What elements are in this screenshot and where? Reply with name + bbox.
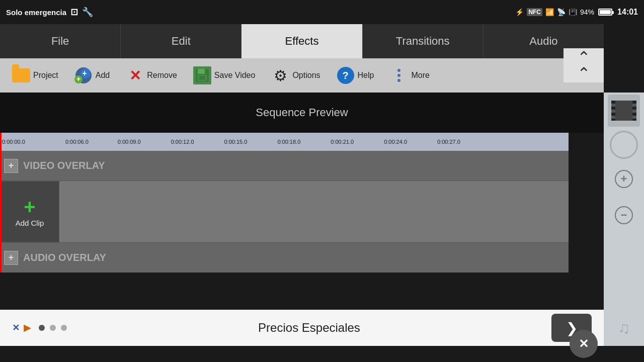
ad-logo-x: ✕ [12,322,20,333]
save-video-label: Save Video [214,71,256,80]
sequence-preview: Sequence Preview [0,93,604,133]
video-overlay-add-btn[interactable]: + [4,159,18,173]
ruler-tick-1: 0:00:06.0 [65,139,89,145]
clip-area [59,181,569,242]
add-label: Add [96,71,110,80]
project-button[interactable]: Project [4,62,66,88]
filmstrip-button[interactable] [608,95,640,127]
status-left: Solo emergencia ⊡ 🔧 [6,7,93,18]
add-clip-area: + Add Clip [0,181,569,242]
more-button[interactable]: More [382,62,437,88]
timeline-ruler: 0:00:00.0 0:00:06.0 0:00:09.0 0:00:12.0 … [0,133,569,151]
question-mark-icon: ? [337,67,354,84]
folder-icon [12,68,30,82]
ruler-tick-3: 0:00:12.0 [171,139,194,145]
ruler-tick-7: 0:00:24.0 [384,139,407,145]
audio-overlay-label: AUDIO OVERLAY [23,252,106,263]
ad-bar: ✕ ▶ Precios Especiales ❯ [0,310,604,346]
more-label: More [411,71,429,80]
status-right: ⚡ NFC 📶 📡 📳 94% 14:01 [515,8,638,17]
bluetooth-icon: ⚡ [515,8,524,16]
options-button[interactable]: ⚙ Options [263,62,328,88]
tab-up-button[interactable]: ⌃⌃ [564,48,604,82]
add-icon: + + [74,66,93,84]
help-label: Help [358,71,374,80]
dot2 [397,74,400,77]
audio-overlay-add-btn[interactable]: + [4,251,18,265]
tab-bar-container: File Edit Effects Transitions Audio ⌃⌃ [0,24,644,58]
ruler-tick-0: 0:00:00.0 [2,139,25,145]
ad-logo-arrow: ▶ [24,322,31,333]
options-icon: ⚙ [271,66,289,84]
ad-left: ✕ ▶ [12,322,31,333]
more-icon [390,66,408,84]
wifi-icon: 📡 [557,8,566,16]
main-content: Sequence Preview 0:00:00.0 0:00:06.0 0:0… [0,93,644,346]
add-button[interactable]: + + Add [66,62,118,88]
ruler-tick-2: 0:00:09.0 [118,139,141,145]
app-name: Solo emergencia [6,8,66,17]
help-button[interactable]: ? Help [329,62,382,88]
ad-dots [39,325,67,331]
filmstrip-icon [611,101,636,121]
screenshot-icon: ⊡ [70,7,78,18]
ad-dot-1 [39,325,45,331]
timeline-wrapper: 0:00:00.0 0:00:06.0 0:00:09.0 0:00:12.0 … [0,133,569,273]
add-clip-plus-icon: + [24,197,35,217]
zoom-in-icon: + [615,170,633,188]
add-clip-label: Add Clip [16,219,44,227]
ruler-tick-8: 0:00:27.0 [437,139,460,145]
chevron-up-icon: ⌃⌃ [577,49,591,81]
wrench-icon: 🔧 [82,7,93,18]
toolbar: Project + + Add ✕ Remove [0,58,604,93]
battery-icon: 📳 [569,8,577,16]
svg-text:+: + [82,69,87,77]
save-icon [193,66,211,84]
svg-text:+: + [76,75,80,83]
add-clip-button[interactable]: + Add Clip [0,181,59,242]
dot3 [397,79,400,82]
svg-rect-6 [198,69,205,74]
project-icon [12,66,30,84]
ruler-tick-4: 0:00:15.0 [224,139,248,145]
right-panel: + − ♫ [604,93,644,346]
ad-dot-2 [50,325,56,331]
dot1 [397,69,400,72]
close-icon: ✕ [579,337,589,351]
sequence-preview-label: Sequence Preview [256,106,348,119]
timeline-cursor [0,133,2,273]
tab-edit[interactable]: Edit [121,24,242,58]
tab-bar: File Edit Effects Transitions Audio [0,24,604,58]
video-overlay-label: VIDEO OVERLAY [23,160,105,171]
nfc-icon: NFC [527,8,542,16]
tab-file[interactable]: File [0,24,121,58]
close-circle[interactable]: ✕ [570,330,598,358]
floppy-icon [193,66,211,84]
ad-close-button[interactable]: ✕ [564,326,604,362]
circle-button[interactable] [610,131,638,159]
zoom-out-icon: − [615,206,633,224]
tab-effects[interactable]: Effects [242,24,362,58]
video-overlay-track: + VIDEO OVERLAY [0,151,569,181]
zoom-in-button[interactable]: + [608,163,640,195]
audio-overlay-track: + AUDIO OVERLAY [0,242,569,273]
ruler-tick-6: 0:00:21.0 [331,139,354,145]
save-video-button[interactable]: Save Video [185,62,264,88]
project-label: Project [33,71,58,80]
music-button[interactable]: ♫ [608,312,640,344]
tab-transitions[interactable]: Transitions [363,24,484,58]
ad-text: Precios Especiales [75,321,543,335]
signal-icon: 📶 [545,8,554,16]
remove-icon: ✕ [126,66,144,84]
music-note-icon: ♫ [618,319,630,337]
time: 14:01 [617,8,638,17]
help-icon: ? [337,66,355,84]
status-bar: Solo emergencia ⊡ 🔧 ⚡ NFC 📶 📡 📳 94% 14:0… [0,0,644,24]
remove-button[interactable]: ✕ Remove [118,62,185,88]
ad-dot-3 [61,325,67,331]
battery-visual [598,9,612,16]
add-svg-icon: + + [74,66,93,84]
svg-rect-8 [199,76,205,80]
zoom-out-button[interactable]: − [608,199,640,231]
ruler-tick-5: 0:00:18.0 [277,139,300,145]
